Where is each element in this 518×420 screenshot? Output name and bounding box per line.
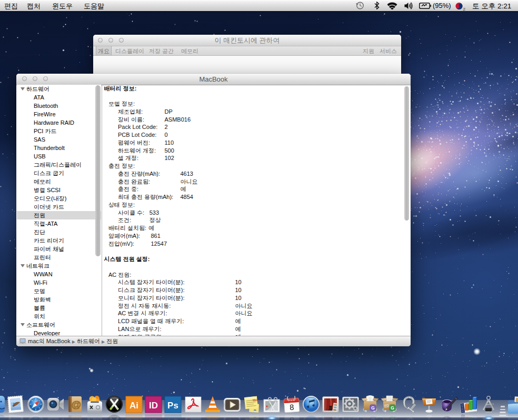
svg-text:@: @ xyxy=(71,399,81,410)
svg-text:SIX: SIX xyxy=(385,404,389,407)
svg-text:토요일: 토요일 xyxy=(288,398,295,402)
svg-text:G: G xyxy=(371,405,375,411)
svg-text:Ai: Ai xyxy=(130,401,138,411)
svg-text:G: G xyxy=(391,405,394,411)
svg-text:ID: ID xyxy=(149,401,158,411)
svg-text:8: 8 xyxy=(290,403,295,412)
svg-text:2: 2 xyxy=(463,7,466,11)
svg-text:Ps: Ps xyxy=(167,401,178,411)
svg-text:This: This xyxy=(252,398,258,402)
